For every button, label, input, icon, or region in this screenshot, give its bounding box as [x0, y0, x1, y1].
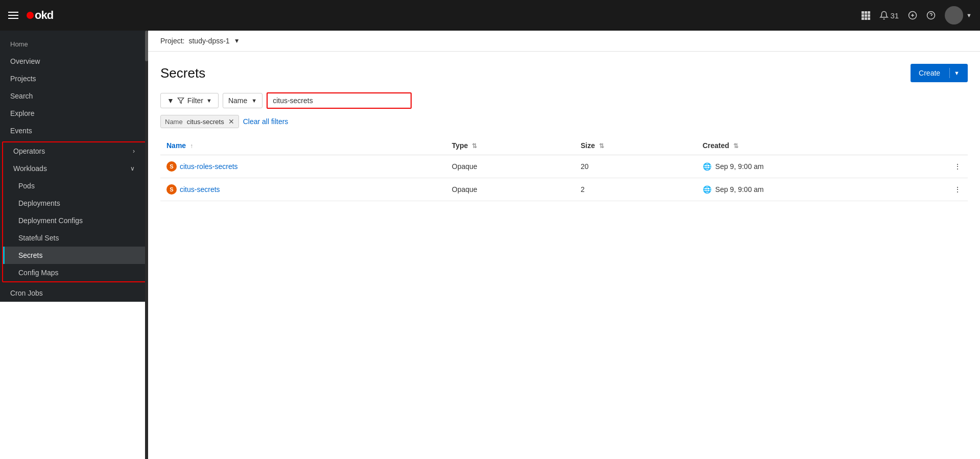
svg-rect-6: [862, 17, 864, 20]
chip-remove-button[interactable]: ✕: [228, 117, 234, 126]
filter-chips: Name citus-secrets ✕ Clear all filters: [160, 115, 968, 128]
sidebar: Home Overview Projects Search Explore Ev…: [0, 31, 148, 459]
sidebar-item-overview[interactable]: Overview: [0, 53, 148, 70]
svg-rect-4: [865, 14, 867, 17]
workloads-section-outline: Operators › Workloads ∨ Pods Deployments…: [2, 141, 146, 282]
secret-name: citus-roles-secrets: [180, 162, 238, 171]
filter-bar: ▼ Filter ▼ Name ▼: [160, 92, 968, 109]
help-button[interactable]: [926, 11, 936, 20]
add-button[interactable]: [908, 11, 917, 20]
operators-chevron-icon: ›: [133, 148, 135, 155]
secret-icon: S: [166, 161, 177, 172]
notification-count: 31: [890, 11, 899, 20]
hamburger-menu[interactable]: [8, 12, 18, 19]
svg-rect-8: [868, 17, 870, 20]
globe-icon: 🌐: [703, 162, 711, 171]
workloads-section[interactable]: Workloads ∨: [3, 160, 145, 177]
search-input-wrapper: [267, 92, 412, 109]
svg-rect-7: [865, 17, 867, 20]
sidebar-item-deployments[interactable]: Deployments: [3, 195, 145, 212]
page-header: Secrets Create ▼: [160, 64, 968, 82]
table-row: S citus-secrets Opaque 2 🌐 Sep 9, 9:00 a…: [160, 178, 968, 201]
create-btn-arrow-icon: ▼: [954, 70, 960, 76]
avatar: [945, 6, 963, 25]
chevron-down-icon: ▼: [966, 12, 972, 18]
chip-label: Name: [165, 118, 183, 126]
sidebar-item-explore[interactable]: Explore: [0, 105, 148, 122]
sidebar-item-projects[interactable]: Projects: [0, 70, 148, 87]
svg-rect-2: [868, 11, 870, 14]
cell-created: 🌐 Sep 9, 9:00 am: [697, 155, 947, 178]
apps-grid-icon[interactable]: [861, 11, 870, 20]
chip-value: citus-secrets: [187, 118, 224, 126]
svg-rect-5: [868, 14, 870, 17]
user-dropdown[interactable]: ▼: [945, 6, 972, 25]
cell-type: Opaque: [446, 155, 575, 178]
sidebar-item-stateful-sets[interactable]: Stateful Sets: [3, 229, 145, 247]
cell-name: S citus-roles-secrets: [160, 155, 446, 178]
filter-icon: ▼: [167, 96, 174, 105]
navbar: okd 31: [0, 0, 980, 31]
sidebar-item-events[interactable]: Events: [0, 122, 148, 139]
globe-icon: 🌐: [703, 185, 711, 194]
sidebar-item-cron-jobs[interactable]: Cron Jobs: [0, 284, 148, 302]
filter-label: Filter: [187, 96, 203, 105]
project-chevron-icon: ▼: [234, 37, 240, 44]
name-sort-icon: ↑: [190, 142, 193, 150]
filter-chevron-icon: ▼: [206, 98, 212, 104]
sidebar-item-search[interactable]: Search: [0, 87, 148, 105]
content-area: Project: study-dpss-1 ▼ Secrets Create ▼…: [148, 31, 980, 459]
project-bar: Project: study-dpss-1 ▼: [148, 31, 980, 52]
sidebar-item-config-maps[interactable]: Config Maps: [3, 264, 145, 281]
search-input[interactable]: [268, 93, 411, 108]
name-chevron-icon: ▼: [251, 98, 257, 104]
cell-name: S citus-secrets: [160, 178, 446, 201]
th-name[interactable]: Name ↑: [160, 136, 446, 155]
sidebar-item-home: Home: [0, 36, 148, 53]
th-size[interactable]: Size ⇅: [575, 136, 697, 155]
project-selector[interactable]: study-dpss-1 ▼: [188, 37, 240, 45]
name-label: Name: [228, 96, 247, 105]
sidebar-item-deployment-configs[interactable]: Deployment Configs: [3, 212, 145, 229]
cell-created: 🌐 Sep 9, 9:00 am: [697, 178, 947, 201]
funnel-icon: [177, 97, 184, 104]
th-actions: [947, 136, 968, 155]
secret-icon: S: [166, 184, 177, 195]
secret-name: citus-secrets: [180, 185, 220, 194]
secret-name-link[interactable]: S citus-secrets: [166, 184, 440, 195]
name-dropdown[interactable]: Name ▼: [223, 93, 262, 108]
clear-filters-button[interactable]: Clear all filters: [243, 117, 289, 126]
th-type[interactable]: Type ⇅: [446, 136, 575, 155]
logo[interactable]: okd: [27, 9, 53, 22]
filter-button[interactable]: ▼ Filter ▼: [160, 93, 219, 108]
row-actions-button[interactable]: ⋮: [947, 178, 968, 201]
sidebar-item-secrets[interactable]: Secrets: [3, 247, 145, 264]
table-header-row: Name ↑ Type ⇅ Size ⇅ Created: [160, 136, 968, 155]
size-sort-icon: ⇅: [599, 142, 604, 150]
page-content: Secrets Create ▼ ▼ Filter ▼: [148, 52, 980, 459]
cell-type: Opaque: [446, 178, 575, 201]
workloads-chevron-icon: ∨: [130, 165, 135, 172]
notifications-button[interactable]: 31: [879, 11, 899, 20]
secret-name-link[interactable]: S citus-roles-secrets: [166, 161, 440, 172]
created-sort-icon: ⇅: [733, 142, 738, 150]
type-sort-icon: ⇅: [472, 142, 477, 150]
create-button[interactable]: Create ▼: [911, 64, 968, 82]
table-row: S citus-roles-secrets Opaque 20 🌐 Sep 9,…: [160, 155, 968, 178]
operators-section[interactable]: Operators ›: [3, 142, 145, 160]
cell-size: 2: [575, 178, 697, 201]
cell-size: 20: [575, 155, 697, 178]
svg-rect-0: [862, 11, 864, 14]
logo-text: okd: [35, 9, 53, 22]
row-actions-button[interactable]: ⋮: [947, 155, 968, 178]
create-btn-divider: [949, 68, 950, 78]
project-label: Project:: [160, 37, 184, 45]
th-created[interactable]: Created ⇅: [697, 136, 947, 155]
logo-circle: [27, 12, 34, 19]
svg-marker-14: [178, 98, 184, 104]
svg-rect-1: [865, 11, 867, 14]
name-filter-chip: Name citus-secrets ✕: [160, 115, 239, 128]
svg-rect-3: [862, 14, 864, 17]
sidebar-item-pods[interactable]: Pods: [3, 177, 145, 195]
page-title: Secrets: [160, 65, 205, 81]
